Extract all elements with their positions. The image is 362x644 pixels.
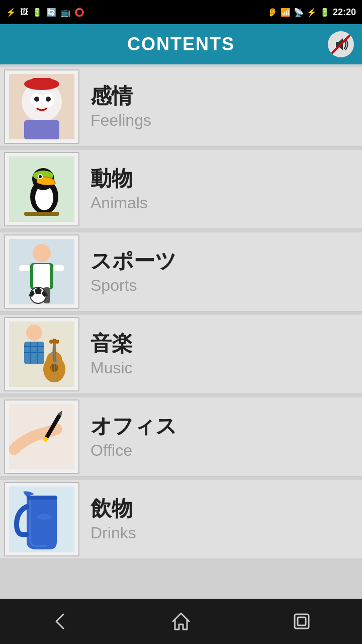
- status-icons-left: ⚡ 🖼 🔋 🔄 📺 ⭕: [6, 8, 84, 17]
- item-english-sports: Sports: [90, 276, 354, 295]
- svg-point-56: [37, 514, 52, 520]
- battery-full-icon: 🔋: [320, 8, 330, 17]
- item-image-drinks: [4, 482, 79, 556]
- header-title: CONTENTS: [127, 34, 235, 55]
- signal-icon: 📡: [294, 8, 304, 17]
- speaker-svg: [332, 35, 350, 53]
- svg-rect-22: [33, 264, 50, 288]
- item-image-animals: [4, 152, 79, 226]
- item-image-sports: [4, 234, 79, 309]
- item-image-music: [4, 317, 79, 391]
- svg-rect-10: [24, 120, 59, 139]
- item-english-feelings: Feelings: [90, 111, 354, 130]
- image-icon: 🖼: [20, 8, 28, 17]
- svg-point-8: [34, 97, 39, 102]
- svg-rect-18: [24, 212, 59, 216]
- svg-point-9: [46, 97, 51, 102]
- sync-icon: 🔄: [46, 8, 56, 17]
- home-button[interactable]: [161, 601, 201, 641]
- item-japanese-feelings: 感情: [90, 84, 354, 109]
- list-item-drinks[interactable]: 飲物Drinks: [0, 480, 362, 559]
- recent-icon: [291, 610, 313, 632]
- svg-point-48: [55, 340, 59, 344]
- item-english-music: Music: [90, 359, 354, 377]
- status-icons-right: 👂 📶 📡 ⚡ 🔋 22:20: [267, 7, 356, 18]
- home-icon: [170, 610, 192, 632]
- header: CONTENTS: [0, 24, 362, 64]
- item-japanese-animals: 動物: [90, 166, 354, 191]
- back-button[interactable]: [40, 601, 80, 641]
- wifi-icon: 📶: [281, 8, 291, 17]
- svg-rect-24: [53, 265, 64, 271]
- item-japanese-office: オフィス: [90, 414, 354, 439]
- item-english-animals: Animals: [90, 194, 354, 212]
- item-text-office: オフィスOffice: [82, 409, 362, 464]
- list-item-music[interactable]: 音楽Music: [0, 315, 362, 394]
- bottom-nav: [0, 599, 362, 644]
- recent-button[interactable]: [282, 601, 322, 641]
- mute-icon: [328, 31, 354, 57]
- item-text-animals: 動物Animals: [82, 161, 362, 217]
- item-english-drinks: Drinks: [90, 524, 354, 542]
- item-image-feelings: [4, 69, 79, 144]
- svg-marker-0: [336, 38, 343, 50]
- item-text-sports: スポーツSports: [82, 244, 362, 299]
- list-item-feelings[interactable]: 感情Feelings: [0, 67, 362, 147]
- screen-icon: 📺: [60, 8, 70, 17]
- item-text-drinks: 飲物Drinks: [82, 491, 362, 547]
- circle-icon: ⭕: [74, 8, 84, 17]
- svg-rect-57: [295, 614, 309, 628]
- item-text-music: 音楽Music: [82, 326, 362, 382]
- item-image-office: [4, 399, 79, 474]
- svg-rect-23: [19, 265, 30, 271]
- list-item-sports[interactable]: スポーツSports: [0, 232, 362, 312]
- item-text-feelings: 感情Feelings: [82, 78, 362, 134]
- list-item-animals[interactable]: 動物Animals: [0, 150, 362, 229]
- svg-point-17: [39, 175, 42, 178]
- mute-button[interactable]: [326, 29, 356, 59]
- list-item-office[interactable]: オフィスOffice: [0, 397, 362, 477]
- item-japanese-sports: スポーツ: [90, 249, 354, 274]
- item-japanese-drinks: 飲物: [90, 496, 354, 521]
- svg-point-20: [33, 244, 51, 262]
- hearing-icon: 👂: [267, 8, 278, 17]
- item-japanese-music: 音楽: [90, 331, 354, 356]
- charging-icon: ⚡: [307, 8, 317, 17]
- svg-rect-5: [32, 78, 52, 86]
- svg-rect-55: [27, 496, 57, 500]
- status-bar: ⚡ 🖼 🔋 🔄 📺 ⭕ 👂 📶 📡 ⚡ 🔋 22:20: [0, 0, 362, 24]
- svg-point-33: [26, 325, 42, 341]
- svg-rect-58: [298, 617, 306, 625]
- usb-icon: ⚡: [6, 8, 16, 17]
- status-time: 22:20: [333, 7, 356, 18]
- item-english-office: Office: [90, 441, 354, 460]
- battery-icon: 🔋: [32, 8, 42, 17]
- back-icon: [49, 610, 71, 632]
- content-list: 感情Feelings 動物Animals: [0, 64, 362, 599]
